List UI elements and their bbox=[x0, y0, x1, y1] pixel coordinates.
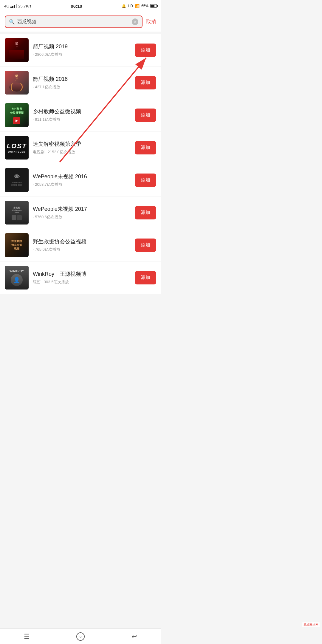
result-title: WePeople未视频 2016 bbox=[33, 173, 131, 180]
result-meta: · 2806.0亿次播放 bbox=[33, 52, 131, 57]
result-meta: · 427.1亿次播放 bbox=[33, 84, 131, 90]
result-thumbnail: 箭 厂 bbox=[5, 38, 29, 62]
result-info: 野生救援协会公益视频 · 765.0亿次播放 bbox=[33, 238, 131, 252]
search-box[interactable]: 🔍 × bbox=[5, 16, 143, 28]
result-title: 箭厂视频 2019 bbox=[33, 43, 131, 50]
wifi-icon: 📶 bbox=[135, 4, 140, 8]
result-item: 乡村教师公益微视频 ▶ 乡村教师公益微视频 · 911.1亿次播放 添加 bbox=[0, 99, 161, 131]
result-info: WinkRoy：王源视频博 综艺 · 303.5亿次播放 bbox=[33, 270, 131, 285]
result-item: 👁 WePeople 未视频·2016 WePeople未视频 2016 · 2… bbox=[0, 164, 161, 196]
battery-icon bbox=[150, 4, 157, 8]
result-meta: 电视剧 · 2152.0亿次播放 bbox=[33, 149, 131, 155]
result-info: 乡村教师公益微视频 · 911.1亿次播放 bbox=[33, 108, 131, 122]
result-item: 箭 厂 箭厂视频 2018 · 427.1亿次播放 添加 bbox=[0, 66, 161, 99]
add-button[interactable]: 添加 bbox=[135, 206, 156, 219]
result-meta: · 765.0亿次播放 bbox=[33, 247, 131, 252]
search-container: 🔍 × 取消 bbox=[0, 12, 161, 32]
status-right: 🔔 HD 📶 65% bbox=[122, 4, 157, 8]
result-info: 迷失解密视频第六季 电视剧 · 2152.0亿次播放 bbox=[33, 140, 131, 155]
search-input[interactable] bbox=[17, 19, 129, 24]
result-meta: · 911.1亿次播放 bbox=[33, 117, 131, 122]
bell-icon: 🔔 bbox=[122, 4, 126, 8]
result-title: 箭厂视频 2018 bbox=[33, 75, 131, 83]
add-button[interactable]: 添加 bbox=[135, 271, 156, 284]
result-title: 乡村教师公益微视频 bbox=[33, 108, 131, 115]
result-info: 箭厂视频 2019 · 2806.0亿次播放 bbox=[33, 43, 131, 57]
add-button[interactable]: 添加 bbox=[135, 44, 156, 57]
add-button[interactable]: 添加 bbox=[135, 141, 156, 154]
result-thumbnail: 👁 WePeople 未视频·2016 bbox=[5, 168, 29, 192]
result-meta: · 5760.6亿次播放 bbox=[33, 214, 131, 220]
status-left: 4G 25.7K/s bbox=[4, 4, 31, 8]
result-item: LOST UNTANGLED 迷失解密视频第六季 电视剧 · 2152.0亿次播… bbox=[0, 131, 161, 164]
result-meta: 综艺 · 303.5亿次播放 bbox=[33, 279, 131, 285]
signal-bars bbox=[10, 4, 17, 8]
result-title: 野生救援协会公益视频 bbox=[33, 238, 131, 245]
hd-label: HD bbox=[128, 4, 133, 8]
cancel-button[interactable]: 取消 bbox=[146, 18, 156, 25]
result-title: 迷失解密视频第六季 bbox=[33, 140, 131, 148]
status-bar: 4G 25.7K/s 06:10 🔔 HD 📶 65% bbox=[0, 0, 161, 12]
result-info: 箭厂视频 2018 · 427.1亿次播放 bbox=[33, 75, 131, 90]
result-info: WePeople未视频 2016 · 2053.7亿次播放 bbox=[33, 173, 131, 187]
result-title: WePeople未视频 2017 bbox=[33, 205, 131, 213]
speed-label: 25.7K/s bbox=[18, 4, 31, 8]
result-item: 未视频WePeople2017 WePeople未视频 2017 · 5760.… bbox=[0, 196, 161, 229]
add-button[interactable]: 添加 bbox=[135, 76, 156, 89]
result-list-container: 箭 厂 箭厂视频 2019 · 2806.0亿次播放 添加 箭 厂 bbox=[0, 34, 161, 294]
result-meta: · 2053.7亿次播放 bbox=[33, 182, 131, 187]
result-thumbnail: 乡村教师公益微视频 ▶ bbox=[5, 103, 29, 127]
clock: 06:10 bbox=[71, 4, 82, 9]
add-button[interactable]: 添加 bbox=[135, 239, 156, 252]
result-info: WePeople未视频 2017 · 5760.6亿次播放 bbox=[33, 205, 131, 220]
search-icon: 🔍 bbox=[9, 19, 15, 25]
battery-percent: 65% bbox=[141, 4, 148, 8]
result-thumbnail: 箭 厂 bbox=[5, 71, 29, 95]
result-thumbnail: WINKROY 👤 bbox=[5, 266, 29, 290]
add-button[interactable]: 添加 bbox=[135, 174, 156, 187]
result-item: 野生救援协会公益视频 野生救援协会公益视频 · 765.0亿次播放 添加 bbox=[0, 229, 161, 261]
network-label: 4G bbox=[4, 4, 9, 8]
result-list: 箭 厂 箭厂视频 2019 · 2806.0亿次播放 添加 箭 厂 bbox=[0, 34, 161, 294]
result-item: 箭 厂 箭厂视频 2019 · 2806.0亿次播放 添加 bbox=[0, 34, 161, 66]
result-thumbnail: 未视频WePeople2017 bbox=[5, 201, 29, 225]
result-item: WINKROY 👤 WinkRoy：王源视频博 综艺 · 303.5亿次播放 添… bbox=[0, 261, 161, 294]
result-title: WinkRoy：王源视频博 bbox=[33, 270, 131, 278]
result-thumbnail: 野生救援协会公益视频 bbox=[5, 233, 29, 257]
add-button[interactable]: 添加 bbox=[135, 109, 156, 122]
result-thumbnail: LOST UNTANGLED bbox=[5, 136, 29, 160]
clear-button[interactable]: × bbox=[132, 18, 138, 25]
